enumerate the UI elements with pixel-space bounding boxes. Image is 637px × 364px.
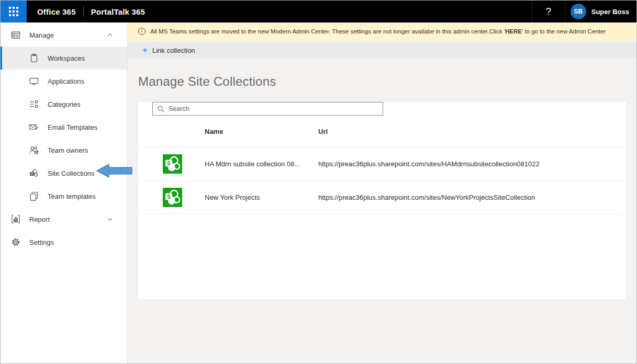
clipboard-icon xyxy=(29,53,39,63)
sidebar-item-workspaces[interactable]: Workspaces xyxy=(1,47,127,70)
svg-text:S: S xyxy=(31,172,33,175)
avatar[interactable]: SB xyxy=(571,4,586,19)
sidebar-item-label: Manage xyxy=(29,31,54,39)
sidebar-item-label: Team templates xyxy=(48,192,96,200)
monitor-icon xyxy=(29,76,39,86)
chevron-up-icon xyxy=(106,31,114,39)
sidebar-item-label: Email Templates xyxy=(48,123,97,131)
search-input[interactable] xyxy=(169,105,378,112)
plus-icon: + xyxy=(142,46,148,54)
row-name: HA Mdrn subsite collection 08... xyxy=(205,160,318,168)
categories-list-icon xyxy=(29,99,39,109)
people-icon xyxy=(29,145,39,155)
app-launcher-button[interactable] xyxy=(1,1,27,22)
sidebar-nav: Manage Workspaces Applications xyxy=(1,22,128,363)
row-url: https://preac36plus.sharepoint.com/sites… xyxy=(318,194,626,201)
page-title: Manage Site Collections xyxy=(138,74,626,89)
app-window: Office 365 PortalTalk 365 ? SB Super Bos… xyxy=(0,0,637,364)
table-header: Name Url xyxy=(138,116,626,147)
main-area: i All MS Teams settings are moved to the… xyxy=(128,22,636,363)
row-divider xyxy=(142,214,622,214)
portaltalk-title: PortalTalk 365 xyxy=(91,7,145,16)
waffle-icon xyxy=(9,7,18,16)
column-header-name: Name xyxy=(205,128,318,135)
sidebar-item-site-collections[interactable]: S Site Collections xyxy=(1,162,127,185)
sidebar-item-report[interactable]: Report xyxy=(1,208,127,231)
table-row[interactable]: S New York Projects https://preac36plus.… xyxy=(138,181,626,214)
sidebar-item-label: Site Collections xyxy=(48,169,95,177)
sidebar-item-categories[interactable]: Categories xyxy=(1,93,127,116)
suite-top-bar: Office 365 PortalTalk 365 ? SB Super Bos… xyxy=(1,1,636,22)
sidebar-item-label: Applications xyxy=(48,77,84,85)
user-name: Super Boss xyxy=(591,8,629,16)
sharepoint-icon: S xyxy=(29,168,39,178)
row-name: New York Projects xyxy=(205,194,318,201)
search-box[interactable] xyxy=(152,102,383,116)
here-link[interactable]: HERE xyxy=(505,28,522,35)
sharepoint-tile-icon: S xyxy=(163,154,182,174)
sidebar-item-email-templates[interactable]: Email Templates xyxy=(1,116,127,139)
manage-icon xyxy=(11,30,20,40)
link-collection-label: Link collection xyxy=(152,47,195,54)
info-icon: i xyxy=(138,28,146,35)
content-region: Manage Site Collections Name Url xyxy=(128,58,636,363)
sidebar-item-label: Categories xyxy=(48,100,81,108)
report-chart-icon xyxy=(11,214,20,224)
copy-pages-icon xyxy=(29,191,39,201)
svg-text:S: S xyxy=(167,161,171,166)
sidebar-item-settings[interactable]: Settings xyxy=(1,231,127,254)
table-row[interactable]: S HA Mdrn subsite collection 08... https… xyxy=(138,147,626,180)
sidebar-item-label: Workspaces xyxy=(48,54,85,62)
sidebar-item-manage[interactable]: Manage xyxy=(1,24,127,47)
link-collection-button[interactable]: + Link collection xyxy=(142,47,195,54)
account-menu[interactable]: SB Super Boss xyxy=(565,1,636,22)
sidebar-item-applications[interactable]: Applications xyxy=(1,70,127,93)
search-icon xyxy=(157,105,165,113)
command-bar: + Link collection xyxy=(128,42,636,58)
sidebar-item-label: Settings xyxy=(29,238,54,246)
sidebar-item-label: Report xyxy=(29,215,50,223)
help-button[interactable]: ? xyxy=(532,1,565,22)
site-collections-card: Name Url S HA Mdrn subsite collection 08… xyxy=(138,102,626,299)
gear-icon xyxy=(11,237,20,247)
sharepoint-tile-icon: S xyxy=(163,188,182,207)
sidebar-item-label: Team owners xyxy=(48,146,88,154)
banner-text: All MS Teams settings are moved to the n… xyxy=(150,28,606,35)
topbar-divider xyxy=(83,6,84,17)
office-365-link[interactable]: Office 365 xyxy=(37,7,76,16)
notification-banner: i All MS Teams settings are moved to the… xyxy=(128,22,636,40)
row-url: https://preac36plus.sharepoint.com/sites… xyxy=(318,160,626,168)
sidebar-item-team-templates[interactable]: Team templates xyxy=(1,185,127,208)
column-header-url: Url xyxy=(318,128,626,135)
svg-text:S: S xyxy=(167,194,171,200)
envelope-pen-icon xyxy=(29,122,39,132)
sidebar-item-team-owners[interactable]: Team owners xyxy=(1,139,127,162)
chevron-down-icon xyxy=(106,215,114,223)
